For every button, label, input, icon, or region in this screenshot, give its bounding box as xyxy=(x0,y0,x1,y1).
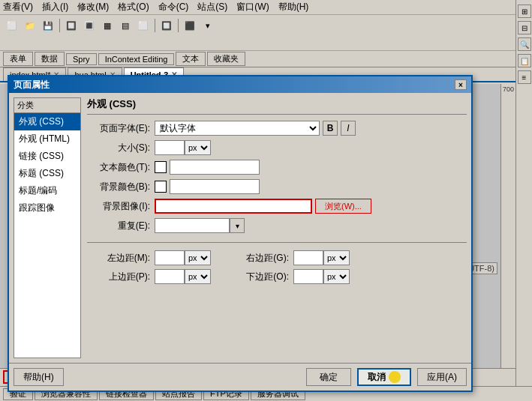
bottom-margin-combo: px xyxy=(293,269,350,284)
ruler: 700 xyxy=(500,84,515,368)
browse-button[interactable]: 浏览(W)... xyxy=(315,199,371,214)
menu-modify[interactable]: 修改(M) xyxy=(77,1,109,13)
cancel-button[interactable]: 取消 xyxy=(357,368,411,386)
menu-window[interactable]: 窗口(W) xyxy=(236,1,269,13)
dialog-action-buttons: 确定 取消 应用(A) xyxy=(306,368,467,386)
right-margin-unit[interactable]: px xyxy=(323,250,350,265)
category-appearance-html[interactable]: 外观 (HTML) xyxy=(14,130,80,148)
bg-color-swatch[interactable] xyxy=(155,181,167,193)
text-color-input[interactable] xyxy=(170,160,260,175)
secondary-tabs: 表单 数据 Spry InContext Editing 文本 收藏夹 xyxy=(0,51,532,67)
size-label: 大小(S): xyxy=(87,142,155,154)
category-headings-css[interactable]: 标题 (CSS) xyxy=(14,165,80,182)
repeat-dropdown-btn[interactable]: ▾ xyxy=(230,218,245,233)
page-font-select[interactable]: 默认字体 xyxy=(155,121,320,136)
cancel-label: 取消 xyxy=(368,371,386,384)
toolbar-btn-7[interactable]: ▤ xyxy=(117,18,134,33)
menu-command[interactable]: 命令(C) xyxy=(158,1,189,13)
help-button[interactable]: 帮助(H) xyxy=(14,368,64,386)
ok-button[interactable]: 确定 xyxy=(306,368,351,386)
repeat-input[interactable] xyxy=(155,218,230,233)
toolbar-area: ⬜ 📁 💾 🔲 🔳 ▦ ▤ ⬜ 🔲 ⬛ ▾ xyxy=(0,15,532,51)
bg-color-row: 背景颜色(B): xyxy=(87,179,467,194)
menu-site[interactable]: 站点(S) xyxy=(197,1,227,13)
dialog-body: 分类 外观 (CSS) 外观 (HTML) 链接 (CSS) 标题 (CSS) … xyxy=(9,93,471,363)
sidebar-icon-5[interactable]: ≡ xyxy=(518,70,531,84)
page-font-label: 页面字体(E): xyxy=(87,122,155,135)
bg-color-combo xyxy=(155,179,260,194)
form-separator xyxy=(87,242,467,243)
menubar: 查看(V) 插入(I) 修改(M) 格式(O) 命令(C) 站点(S) 窗口(W… xyxy=(0,0,532,15)
toolbar-btn-3[interactable]: 💾 xyxy=(40,18,56,33)
sidebar-icon-2[interactable]: ⊟ xyxy=(518,21,531,34)
toolbar-btn-11[interactable]: ▾ xyxy=(200,18,216,33)
category-appearance-css[interactable]: 外观 (CSS) xyxy=(14,113,80,130)
toolbar-btn-8[interactable]: ⬜ xyxy=(135,18,152,33)
right-margin-input[interactable] xyxy=(293,250,323,265)
toolbar-btn-6[interactable]: ▦ xyxy=(99,18,116,33)
bg-image-row: 背景图像(I): file:///D|/jcwww/9/pic/back.jpg… xyxy=(87,199,467,214)
size-unit-select[interactable]: px xyxy=(185,140,211,155)
sec-tab-data[interactable]: 数据 xyxy=(35,52,65,66)
size-row: 大小(S): px xyxy=(87,140,467,155)
page-font-combo: 默认字体 B I xyxy=(155,121,356,136)
ruler-label: 700 xyxy=(503,85,514,93)
sec-tab-text[interactable]: 文本 xyxy=(176,52,206,66)
left-margin-input[interactable] xyxy=(155,250,185,265)
dialog-titlebar: 页面属性 × xyxy=(9,76,471,93)
toolbar-btn-9[interactable]: 🔲 xyxy=(158,18,175,33)
sidebar-icon-1[interactable]: ⊞ xyxy=(518,4,531,18)
bottom-margin-input[interactable] xyxy=(293,269,323,284)
menu-view[interactable]: 查看(V) xyxy=(3,1,33,13)
top-margin-unit[interactable]: px xyxy=(185,269,211,284)
size-combo: px xyxy=(155,140,211,155)
menu-help[interactable]: 帮助(H) xyxy=(278,1,309,13)
top-margin-input[interactable] xyxy=(155,269,185,284)
dialog-close-button[interactable]: × xyxy=(455,79,467,90)
form-panel: 外观 (CSS) 页面字体(E): 默认字体 B I 大小(S): xyxy=(87,97,467,358)
appearance-panel-title: 外观 (CSS) xyxy=(87,97,467,115)
text-color-row: 文本颜色(T): xyxy=(87,160,467,175)
text-color-swatch[interactable] xyxy=(155,161,167,173)
sec-tab-incontext[interactable]: InContext Editing xyxy=(98,53,175,65)
toolbar-sep-2 xyxy=(155,19,155,32)
repeat-row: 重复(E): ▾ xyxy=(87,218,467,233)
toolbar-btn-4[interactable]: 🔲 xyxy=(63,18,80,33)
bottom-margin-label: 下边距(O): xyxy=(226,271,293,283)
dialog-title: 页面属性 xyxy=(14,79,50,91)
category-tracing-image[interactable]: 跟踪图像 xyxy=(14,199,80,217)
toolbar-btn-5[interactable]: 🔳 xyxy=(81,18,98,33)
category-title-encoding[interactable]: 标题/编码 xyxy=(14,182,80,199)
sec-tab-form[interactable]: 表单 xyxy=(3,52,33,66)
right-sidebar: ⊞ ⊟ 🔍 📋 ≡ xyxy=(515,0,532,401)
text-color-label: 文本颜色(T): xyxy=(87,161,155,174)
bg-color-input[interactable] xyxy=(170,179,260,194)
bg-image-input[interactable]: file:///D|/jcwww/9/pic/back.jpg xyxy=(155,199,312,214)
cancel-icon xyxy=(389,371,401,383)
apply-button[interactable]: 应用(A) xyxy=(417,368,467,386)
sec-tab-spry[interactable]: Spry xyxy=(66,53,97,65)
menu-insert[interactable]: 插入(I) xyxy=(42,1,68,13)
italic-button[interactable]: I xyxy=(341,121,356,136)
tb-margin-row: 上边距(P): px 下边距(O): px xyxy=(87,269,467,284)
page-font-row: 页面字体(E): 默认字体 B I xyxy=(87,121,467,136)
toolbar-btn-10[interactable]: ⬛ xyxy=(182,18,198,33)
right-margin-combo: px xyxy=(293,250,350,265)
sidebar-icon-3[interactable]: 🔍 xyxy=(518,37,531,51)
category-links-css[interactable]: 链接 (CSS) xyxy=(14,148,80,165)
bottom-margin-unit[interactable]: px xyxy=(323,269,350,284)
repeat-label: 重复(E): xyxy=(87,220,155,232)
size-input[interactable] xyxy=(155,140,185,155)
sidebar-icon-4[interactable]: 📋 xyxy=(518,54,531,67)
toolbar-row-1: ⬜ 📁 💾 🔲 🔳 ▦ ▤ ⬜ 🔲 ⬛ ▾ xyxy=(3,16,529,34)
dialog-footer: 帮助(H) 确定 取消 应用(A) xyxy=(9,363,471,391)
margin-section: 左边距(M): px 右边距(G): px xyxy=(87,250,467,288)
bold-button[interactable]: B xyxy=(323,121,338,136)
menu-format[interactable]: 格式(O) xyxy=(118,1,149,13)
toolbar-btn-1[interactable]: ⬜ xyxy=(4,18,20,33)
categories-title: 分类 xyxy=(14,98,80,113)
left-margin-unit[interactable]: px xyxy=(185,250,211,265)
sec-tab-favorites[interactable]: 收藏夹 xyxy=(207,52,245,66)
right-margin-label: 右边距(G): xyxy=(226,252,293,265)
toolbar-btn-2[interactable]: 📁 xyxy=(22,18,38,33)
